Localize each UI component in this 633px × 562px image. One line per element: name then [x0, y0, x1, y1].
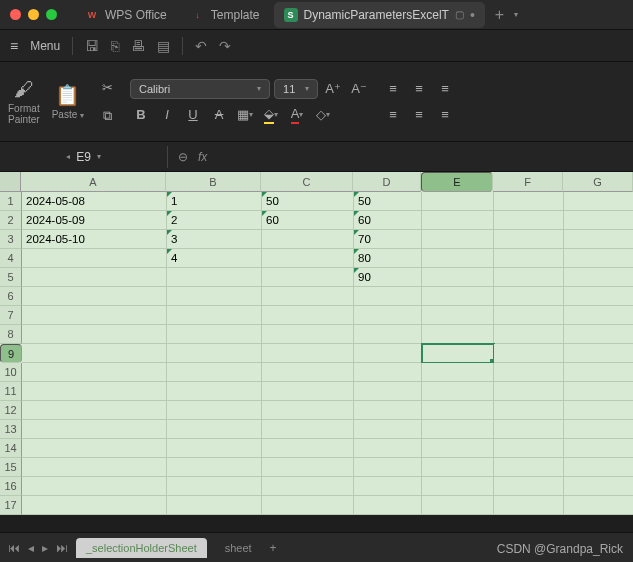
cell[interactable] [564, 325, 633, 344]
tab-current-document[interactable]: S DynamicParametersExcelT ▢ • [274, 2, 485, 28]
fx-icon[interactable]: fx [198, 150, 207, 164]
tab-overflow-button[interactable]: ▾ [514, 10, 518, 19]
row-header[interactable]: 4 [0, 249, 22, 268]
cell[interactable] [167, 344, 262, 363]
cell[interactable] [422, 382, 494, 401]
maximize-window-button[interactable] [46, 9, 57, 20]
cell[interactable] [564, 344, 633, 363]
cell[interactable]: 2024-05-08 [22, 192, 167, 211]
sheet-nav-last-icon[interactable]: ⏭ [56, 541, 68, 555]
add-sheet-button[interactable]: + [270, 541, 277, 555]
cell[interactable] [422, 211, 494, 230]
print-icon[interactable]: 🖶 [131, 38, 145, 54]
format-painter-group[interactable]: 🖌 Format Painter [8, 78, 40, 125]
cell[interactable] [494, 325, 564, 344]
cell[interactable] [564, 363, 633, 382]
row-header[interactable]: 5 [0, 268, 22, 287]
row-header[interactable]: 2 [0, 211, 22, 230]
cell[interactable]: 2024-05-09 [22, 211, 167, 230]
cell[interactable] [422, 363, 494, 382]
name-box-prev-icon[interactable]: ◂ [66, 152, 70, 161]
row-header[interactable]: 15 [0, 458, 22, 477]
sheet-nav-prev-icon[interactable]: ◂ [28, 541, 34, 555]
clear-format-icon[interactable]: ◇▾ [312, 104, 334, 126]
cell[interactable] [167, 382, 262, 401]
cell[interactable] [167, 496, 262, 515]
fill-color-icon[interactable]: ⬙▾ [260, 104, 282, 126]
cell[interactable] [564, 439, 633, 458]
cell[interactable]: 60 [354, 211, 422, 230]
cell[interactable] [22, 439, 167, 458]
cell[interactable] [167, 268, 262, 287]
cell[interactable] [494, 287, 564, 306]
cell[interactable] [422, 192, 494, 211]
increase-font-icon[interactable]: A⁺ [322, 78, 344, 100]
bold-icon[interactable]: B [130, 104, 152, 126]
column-header[interactable]: E [421, 172, 493, 192]
cell[interactable] [22, 458, 167, 477]
cell[interactable] [262, 439, 354, 458]
cut-icon[interactable]: ✂ [96, 77, 118, 99]
cell[interactable] [262, 363, 354, 382]
cell[interactable] [494, 382, 564, 401]
row-header[interactable]: 8 [0, 325, 22, 344]
redo-icon[interactable]: ↷ [219, 38, 231, 54]
cell[interactable]: 2024-05-10 [22, 230, 167, 249]
tab-wps-office[interactable]: W WPS Office [75, 3, 177, 27]
cell[interactable] [262, 306, 354, 325]
cell[interactable] [22, 401, 167, 420]
cell[interactable] [564, 287, 633, 306]
cell[interactable] [262, 477, 354, 496]
cell[interactable]: 70 [354, 230, 422, 249]
minimize-window-button[interactable] [28, 9, 39, 20]
sheet-tab-other[interactable]: sheet [215, 538, 262, 558]
row-header[interactable]: 17 [0, 496, 22, 515]
row-header[interactable]: 14 [0, 439, 22, 458]
tab-menu-icon[interactable]: ▢ [455, 9, 464, 20]
cell[interactable] [564, 458, 633, 477]
cell[interactable] [22, 477, 167, 496]
sheet-tab-active[interactable]: _selectionHolderSheet [76, 538, 207, 558]
align-right-icon[interactable]: ≡ [434, 104, 456, 126]
cell[interactable] [262, 268, 354, 287]
cell[interactable] [422, 439, 494, 458]
align-top-icon[interactable]: ≡ [382, 78, 404, 100]
cell[interactable]: 80 [354, 249, 422, 268]
underline-icon[interactable]: U [182, 104, 204, 126]
cell[interactable] [564, 211, 633, 230]
cell[interactable] [22, 420, 167, 439]
cell[interactable] [564, 230, 633, 249]
align-left-icon[interactable]: ≡ [382, 104, 404, 126]
cell[interactable] [262, 401, 354, 420]
cell[interactable] [167, 363, 262, 382]
export-icon[interactable]: ⎘ [111, 38, 119, 54]
cell[interactable] [494, 306, 564, 325]
cell[interactable] [494, 401, 564, 420]
align-middle-icon[interactable]: ≡ [408, 78, 430, 100]
cell[interactable] [167, 458, 262, 477]
paste-group[interactable]: 📋 Paste ▾ [52, 83, 84, 121]
cell[interactable] [494, 477, 564, 496]
cell[interactable] [422, 230, 494, 249]
cell[interactable] [262, 287, 354, 306]
new-tab-button[interactable]: + [489, 6, 510, 24]
cell[interactable] [494, 230, 564, 249]
cell[interactable] [22, 363, 167, 382]
font-size-select[interactable]: 11▾ [274, 79, 318, 99]
cell[interactable] [494, 268, 564, 287]
cell[interactable] [564, 192, 633, 211]
close-window-button[interactable] [10, 9, 21, 20]
column-header[interactable]: G [563, 172, 633, 192]
select-all-corner[interactable] [0, 172, 21, 192]
cell[interactable] [262, 249, 354, 268]
undo-icon[interactable]: ↶ [195, 38, 207, 54]
hamburger-icon[interactable]: ≡ [10, 38, 18, 54]
row-header[interactable]: 1 [0, 192, 22, 211]
cell[interactable] [167, 287, 262, 306]
name-box[interactable]: ◂ E9 ▾ [0, 146, 168, 168]
cell[interactable]: 50 [354, 192, 422, 211]
row-header[interactable]: 16 [0, 477, 22, 496]
cell[interactable] [564, 382, 633, 401]
cell[interactable] [167, 325, 262, 344]
cell[interactable] [354, 344, 422, 363]
